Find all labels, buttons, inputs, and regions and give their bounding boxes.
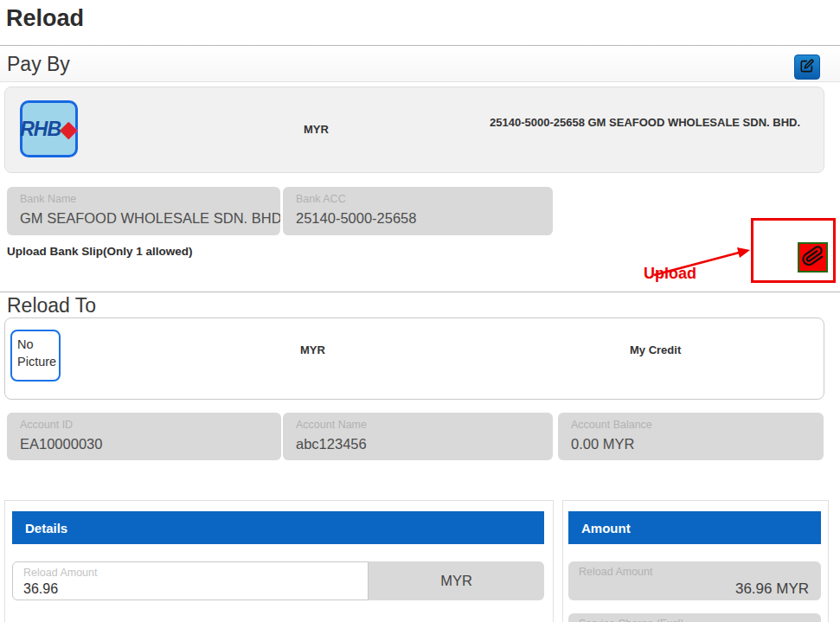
reload-to-account: My Credit [630, 343, 681, 356]
reload-amount-input-label: Reload Amount [23, 567, 368, 579]
account-balance-value: 0.00 MYR [571, 436, 824, 452]
page-title: Reload [6, 5, 84, 32]
account-balance-field: Account Balance 0.00 MYR [558, 413, 824, 460]
rhb-logo-text: RHB [20, 118, 61, 141]
no-picture-placeholder: No Picture [10, 330, 61, 382]
reload-amount-input-value: 36.96 [23, 581, 368, 597]
reload-to-header: Reload To [0, 292, 840, 317]
bank-name-field: Bank Name GM SEAFOOD WHOLESALE SDN. BHD. [7, 187, 280, 235]
amount-reload-amount-field: Reload Amount 36.96 MYR [568, 561, 821, 600]
pay-by-card[interactable]: RHB ◆ MYR 25140-5000-25658 GM SEAFOOD WH… [4, 87, 824, 173]
pay-by-account-label: 25140-5000-25658 GM SEAFOOD WHOLESALE SD… [490, 114, 801, 132]
amount-header-bar: Amount [568, 511, 821, 544]
bank-acc-field: Bank ACC 25140-5000-25658 [283, 187, 553, 235]
account-balance-label: Account Balance [571, 419, 824, 431]
edit-payby-button[interactable] [794, 55, 820, 80]
rhb-diamond-icon: ◆ [60, 115, 78, 143]
amount-header-label: Amount [581, 521, 631, 535]
reload-page: Reload Pay By RHB ◆ MYR 25140-5000-25658… [0, 0, 840, 622]
amount-reload-amount-label: Reload Amount [579, 566, 809, 578]
account-name-value: abc123456 [296, 436, 553, 452]
service-charge-field: Service Charge (Excl) [568, 613, 821, 622]
account-name-label: Account Name [296, 419, 553, 431]
rhb-bank-logo: RHB ◆ [20, 100, 78, 157]
bank-acc-label: Bank ACC [296, 193, 553, 205]
reload-amount-input[interactable]: Reload Amount 36.96 [12, 561, 369, 600]
details-header-bar: Details [12, 511, 544, 544]
upload-bank-slip-label: Upload Bank Slip(Only 1 allowed) [7, 245, 193, 258]
pay-by-header-label: Pay By [7, 53, 70, 76]
details-panel: Details Reload Amount 36.96 MYR [4, 500, 554, 622]
pay-by-header: Pay By [0, 45, 840, 82]
details-header-label: Details [25, 521, 67, 535]
bank-acc-value: 25140-5000-25658 [296, 210, 553, 227]
account-id-label: Account ID [20, 419, 281, 431]
upload-attachment-button[interactable] [798, 242, 828, 273]
paperclip-icon [802, 245, 824, 271]
upload-annotation-arrow [640, 239, 757, 287]
reload-to-card[interactable]: No Picture MYR My Credit [4, 317, 824, 400]
currency-box: MYR [369, 561, 544, 600]
bank-name-value: GM SEAFOOD WHOLESALE SDN. BHD. [20, 210, 280, 227]
bank-name-label: Bank Name [20, 193, 280, 205]
reload-to-currency: MYR [300, 343, 325, 356]
amount-reload-amount-value: 36.96 MYR [579, 580, 809, 598]
pay-by-currency: MYR [304, 123, 329, 136]
account-id-value: EA10000030 [20, 436, 281, 452]
account-id-field: Account ID EA10000030 [7, 413, 281, 460]
edit-icon [800, 59, 814, 76]
account-name-field: Account Name abc123456 [283, 413, 553, 460]
amount-panel: Amount Reload Amount 36.96 MYR Service C… [562, 500, 829, 622]
service-charge-label: Service Charge (Excl) [579, 618, 821, 622]
reload-to-header-label: Reload To [7, 294, 96, 317]
